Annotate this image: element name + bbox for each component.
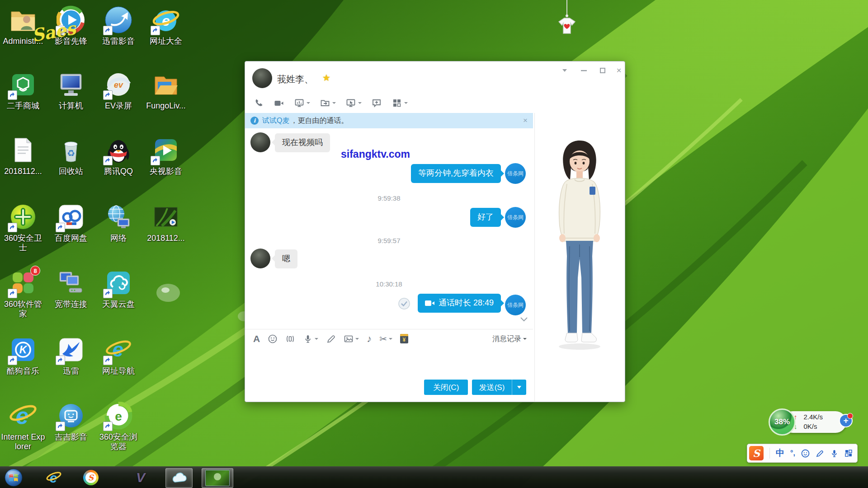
taskbar-v-app-button[interactable]: V (128, 468, 153, 487)
desktop-icon-fungoliv[interactable]: FungoLiv... (144, 70, 188, 111)
qmic-notice-bar: i 试试Q麦 ，更自由的通话。 × (245, 113, 533, 128)
notice-close-icon[interactable]: × (523, 116, 528, 125)
voice-message-icon[interactable] (303, 334, 318, 344)
apps-grid-icon[interactable] (392, 98, 408, 108)
update-count-badge: 8 (30, 266, 40, 276)
start-button[interactable] (3, 468, 24, 487)
create-group-icon[interactable] (371, 98, 382, 108)
desktop-icon-wangzhi-daohang[interactable]: e 网址导航 (96, 335, 141, 376)
screenshot-scissors-icon[interactable]: ✂ (379, 333, 392, 344)
text-document-icon (9, 136, 38, 164)
desktop-icon-kugou[interactable]: K 酷狗音乐 (1, 335, 45, 376)
action-buttons: 关闭(C) 发送(S) (245, 380, 533, 395)
dropdown-caret-icon (389, 338, 392, 342)
svg-text:e: e (162, 13, 170, 29)
ime-voice-icon[interactable] (830, 449, 839, 458)
dropdown-caret-icon (358, 102, 362, 106)
avatar-watermark: 借条网 (507, 170, 524, 178)
window-menu-button[interactable] (559, 65, 571, 76)
desktop-icon-broadband[interactable]: 宽带连接 (49, 268, 93, 309)
taskbar-sogou-browser-button[interactable]: S (79, 468, 103, 487)
video-call-icon[interactable] (274, 98, 284, 108)
self-avatar[interactable]: 借条网 (505, 207, 526, 228)
wangzhi-daohang-icon: e (104, 335, 133, 364)
remote-desktop-icon[interactable] (345, 98, 362, 108)
ime-handwrite-icon[interactable] (816, 449, 824, 458)
desktop-icon-text-document[interactable]: 2018112... (1, 136, 45, 176)
qmic-link[interactable]: 试试Q麦 (262, 116, 289, 126)
desktop-icon-baidu-netdisk[interactable]: 百度网盘 (49, 202, 93, 243)
incoming-avatar[interactable] (250, 249, 270, 268)
ime-emoji-icon[interactable] (801, 449, 810, 458)
voice-call-icon[interactable] (253, 98, 264, 108)
desktop-icon-label: 酷狗音乐 (7, 366, 39, 376)
accelerate-plus-button[interactable]: + (839, 414, 853, 427)
handwrite-icon[interactable] (326, 334, 336, 344)
taskbar-ie-button[interactable]: e (42, 468, 66, 487)
taskbar: e S V S 69°C CPU温度 (0, 466, 868, 488)
font-format-icon[interactable]: A (253, 333, 260, 344)
ime-punctuation-toggle[interactable]: °, (790, 449, 795, 457)
minimize-button[interactable] (578, 65, 590, 76)
message-timestamp: 9:59:38 (245, 194, 533, 202)
desktop-icon-360-manager[interactable]: 8 360软件管家 (1, 268, 45, 319)
desktop-icon-360-safe[interactable]: 360安全卫士 (1, 202, 45, 253)
ime-toolbox-icon[interactable] (844, 449, 853, 457)
dropdown-caret-icon (523, 338, 527, 342)
peer-profile-avatar[interactable] (252, 68, 272, 88)
maximize-button[interactable] (597, 65, 609, 76)
desktop-icon-xunlei-yingyin[interactable]: 迅雷影音 (96, 5, 141, 46)
memory-usage-ball[interactable]: 38% (769, 408, 796, 436)
outgoing-message-bubble: 好了 (470, 208, 501, 227)
network-icon (104, 202, 133, 231)
desktop-icon-computer[interactable]: 计算机 (49, 70, 93, 111)
desktop-icon-xunlei[interactable]: 迅雷 (49, 335, 93, 376)
desktop-icon-recycle-bin[interactable]: ♻ 回收站 (49, 136, 93, 176)
net-speed-monitor[interactable]: ↑ 2.4K/s ↓ 0K/s 38% + (769, 408, 857, 437)
scroll-down-chevron-icon[interactable] (520, 317, 528, 322)
chat-peer-name: 莪姓李、 (277, 73, 313, 85)
send-button[interactable]: 发送(S) (472, 380, 512, 395)
desktop-icon-internet-explorer[interactable]: e Internet Explorer (1, 401, 45, 451)
self-avatar[interactable]: 借条网 (505, 163, 526, 184)
emoji-icon[interactable] (268, 334, 278, 344)
notice-text: ，更自由的通话。 (290, 116, 348, 126)
computer-icon (57, 70, 85, 99)
desktop-icon-ev-luping[interactable]: ev EV录屏 (96, 70, 141, 111)
taskbar-cloud-app-button[interactable] (165, 468, 193, 488)
ime-mode-chinese[interactable]: 中 (776, 447, 784, 459)
desktop-icon-label: 央视影音 (150, 167, 182, 176)
send-image-icon[interactable] (344, 334, 359, 344)
sogou-logo-icon[interactable]: S (749, 446, 764, 460)
desktop-icon-yangshi-yingyin[interactable]: 央视影音 (144, 136, 188, 176)
taskbar-running-photo-app-button[interactable] (202, 468, 233, 488)
desktop-icon-ershou-shangcheng[interactable]: 二手商城 (1, 70, 45, 111)
desktop-icon-label: 天翼云盘 (102, 300, 135, 309)
close-window-button[interactable]: × (613, 65, 625, 76)
self-avatar[interactable]: 借条网 (505, 295, 526, 315)
desktop-icon-360-browser[interactable]: e 360安全浏览器 (96, 401, 141, 451)
incoming-avatar[interactable] (250, 132, 270, 152)
window-shake-icon[interactable] (285, 334, 295, 344)
qq-chat-window: 莪姓李、 ★ × i 试试Q麦 ，更自由的通话。 × 现在视频吗 sifangk… (245, 61, 625, 402)
message-history-button[interactable]: 消息记录 (492, 329, 527, 348)
desktop-icon-wangzhi-daquan[interactable]: e 网址大全 (144, 5, 188, 46)
360-browser-icon: e (104, 401, 133, 430)
upload-row: ↑ 2.4K/s (794, 413, 839, 421)
desktop-icon-jiji-yingyin[interactable]: 吉吉影音 (49, 401, 93, 442)
send-options-caret-button[interactable] (512, 380, 526, 395)
screen-demo-icon[interactable] (294, 98, 310, 108)
music-icon[interactable]: ♪ (367, 333, 372, 345)
desktop-icon-label: 360安全卫士 (1, 234, 45, 253)
send-file-icon[interactable] (320, 98, 336, 108)
desktop-icon-network[interactable]: 网络 (96, 202, 141, 243)
close-chat-button[interactable]: 关闭(C) (424, 380, 468, 395)
call-record-bubble[interactable]: 通话时长 28:49 (418, 294, 501, 313)
desktop-icon-tencent-qq[interactable]: 腾讯QQ (96, 136, 141, 176)
red-envelope-icon[interactable]: ¥ (400, 334, 408, 343)
desktop-icon-video-file[interactable]: 2018112... (144, 202, 188, 243)
360-software-manager-icon: 8 (9, 268, 38, 297)
message-timestamp: 10:30:18 (245, 280, 533, 288)
desktop-icon-tianyi-cloud[interactable]: 天翼云盘 (96, 268, 141, 309)
message-input-field[interactable] (245, 348, 533, 380)
